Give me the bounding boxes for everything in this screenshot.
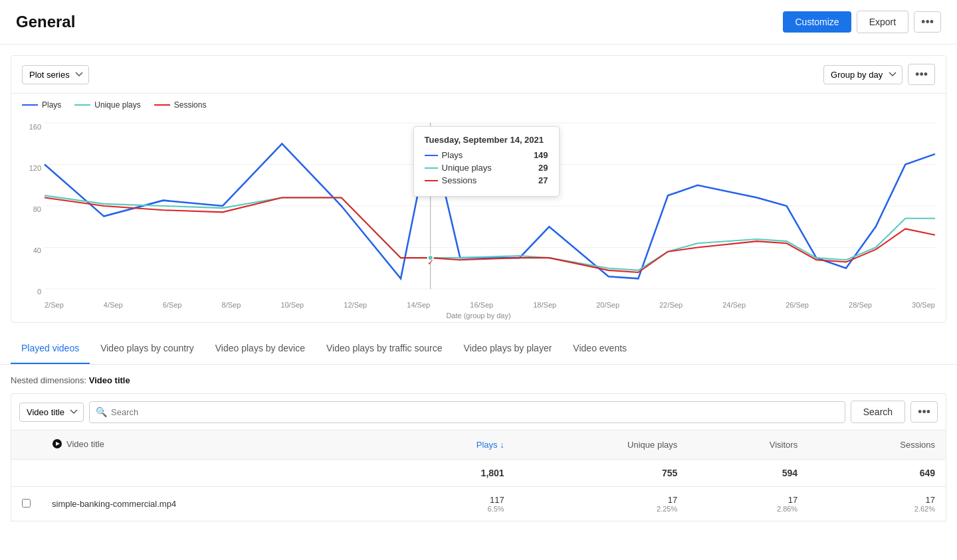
x-label-20sep: 20/Sep — [596, 301, 619, 309]
plot-series-select[interactable]: Plot series — [22, 65, 89, 84]
row-plays-value: 117 — [490, 495, 504, 505]
chart-section: Plot series Group by day ••• Plays Uniqu… — [11, 55, 946, 323]
col-title-label: Video title — [66, 439, 104, 449]
row-plays: 117 6.5% — [395, 487, 515, 521]
x-label-6sep: 6/Sep — [163, 301, 182, 309]
legend-plays-line — [22, 104, 38, 106]
tab-by-traffic[interactable]: Video plays by traffic source — [316, 333, 453, 364]
row-unique-plays-value: 17 — [668, 495, 677, 505]
page-header: General Customize Export ••• — [0, 0, 957, 45]
tab-played-videos[interactable]: Played videos — [11, 333, 90, 364]
y-label-40: 40 — [18, 246, 41, 254]
tooltip-row-plays: Plays 149 — [425, 150, 548, 160]
row-sessions-pct: 2.62% — [819, 505, 935, 513]
search-wrapper: 🔍 — [89, 401, 845, 423]
sort-icon: ↓ — [500, 440, 504, 450]
x-label-4sep: 4/Sep — [104, 301, 123, 309]
row-visitors: 17 2.86% — [688, 487, 808, 521]
chart-area: 0 40 80 120 160 — [11, 116, 946, 322]
x-label-22sep: 22/Sep — [659, 301, 683, 309]
legend-unique-plays: Unique plays — [74, 100, 140, 110]
y-label-0: 0 — [18, 288, 41, 296]
row-title: simple-banking-commercial.mp4 — [41, 487, 395, 521]
tooltip-line-sessions — [425, 180, 438, 181]
x-label-2sep: 2/Sep — [45, 301, 64, 309]
total-sessions: 649 — [808, 460, 946, 487]
dimension-select[interactable]: Video title — [19, 403, 84, 422]
x-label-26sep: 26/Sep — [786, 301, 809, 309]
nested-dims-label: Nested dimensions: — [11, 375, 86, 385]
table-more-button[interactable]: ••• — [910, 401, 938, 422]
tabs-section: Played videos Video plays by country Vid… — [0, 333, 957, 365]
tooltip-check: ✓ — [427, 257, 434, 266]
row-checkbox[interactable] — [22, 499, 31, 508]
tooltip-sessions-text: Sessions — [442, 175, 477, 185]
table-row: simple-banking-commercial.mp4 117 6.5% 1… — [11, 487, 946, 521]
nested-dims-value: Video title — [89, 375, 130, 385]
x-label-16sep: 16/Sep — [470, 301, 493, 309]
row-visitors-pct: 2.86% — [698, 505, 798, 513]
y-axis-labels: 0 40 80 120 160 — [18, 123, 41, 296]
legend-sessions-line — [154, 104, 170, 106]
header-more-button[interactable]: ••• — [914, 11, 941, 33]
tooltip-row-unique: Unique plays 29 — [425, 163, 548, 173]
tooltip-label-unique: Unique plays — [425, 163, 492, 173]
tab-events[interactable]: Video events — [562, 333, 637, 364]
tooltip-unique-value: 29 — [538, 163, 548, 173]
chart-toolbar-right: Group by day ••• — [823, 64, 935, 85]
col-plays[interactable]: Plays ↓ — [395, 430, 515, 460]
col-visitors: Visitors — [688, 430, 808, 460]
chart-toolbar: Plot series Group by day ••• — [11, 56, 946, 94]
col-plays-label: Plays — [477, 440, 498, 450]
total-checkbox-cell — [11, 460, 42, 487]
x-label-8sep: 8/Sep — [222, 301, 241, 309]
tooltip-label-plays: Plays — [425, 150, 463, 160]
header-actions: Customize Export ••• — [783, 11, 941, 33]
data-table: Video title Plays ↓ Unique plays Visitor… — [11, 430, 946, 521]
total-unique-plays: 755 — [515, 460, 689, 487]
total-title-cell — [41, 460, 395, 487]
search-input[interactable] — [89, 401, 845, 423]
row-unique-plays-pct: 2.25% — [526, 505, 678, 513]
y-label-160: 160 — [18, 123, 41, 131]
y-label-80: 80 — [18, 205, 41, 213]
total-plays: 1,801 — [395, 460, 515, 487]
col-video-title: Video title — [41, 430, 395, 460]
tooltip-date: Tuesday, September 14, 2021 — [425, 135, 548, 145]
tooltip-sessions-value: 27 — [538, 175, 548, 185]
export-button[interactable]: Export — [857, 11, 908, 33]
tab-by-country[interactable]: Video plays by country — [90, 333, 205, 364]
search-button[interactable]: Search — [851, 401, 905, 423]
row-plays-pct: 6.5% — [406, 505, 504, 513]
row-sessions: 17 2.62% — [808, 487, 946, 521]
col-sessions: Sessions — [808, 430, 946, 460]
search-icon: 🔍 — [96, 407, 107, 417]
y-label-120: 120 — [18, 164, 41, 172]
tooltip-plays-text: Plays — [442, 150, 463, 160]
tabs: Played videos Video plays by country Vid… — [11, 333, 946, 364]
tab-by-player[interactable]: Video plays by player — [453, 333, 563, 364]
play-icon — [52, 438, 62, 449]
x-label-14sep: 14/Sep — [407, 301, 430, 309]
row-checkbox-cell[interactable] — [11, 487, 42, 521]
table-header-row: Video title Plays ↓ Unique plays Visitor… — [11, 430, 946, 460]
table-total-row: 1,801 755 594 649 — [11, 460, 946, 487]
x-label-12sep: 12/Sep — [344, 301, 367, 309]
x-axis-title: Date (group by day) — [11, 312, 946, 320]
chart-more-button[interactable]: ••• — [908, 64, 935, 85]
customize-button[interactable]: Customize — [783, 11, 851, 33]
total-visitors: 594 — [688, 460, 808, 487]
legend-sessions: Sessions — [154, 100, 207, 110]
tooltip-line-unique — [425, 167, 438, 169]
tooltip-plays-value: 149 — [534, 150, 548, 160]
tab-by-device[interactable]: Video plays by device — [205, 333, 316, 364]
x-label-10sep: 10/Sep — [280, 301, 304, 309]
legend-plays: Plays — [22, 100, 61, 110]
row-sessions-value: 17 — [926, 495, 935, 505]
page-title: General — [16, 13, 75, 31]
legend-unique-plays-label: Unique plays — [94, 100, 140, 110]
chart-tooltip: Tuesday, September 14, 2021 Plays 149 Un… — [413, 126, 560, 197]
group-by-select[interactable]: Group by day — [823, 65, 903, 84]
col-checkbox — [11, 430, 42, 460]
row-visitors-value: 17 — [788, 495, 798, 505]
